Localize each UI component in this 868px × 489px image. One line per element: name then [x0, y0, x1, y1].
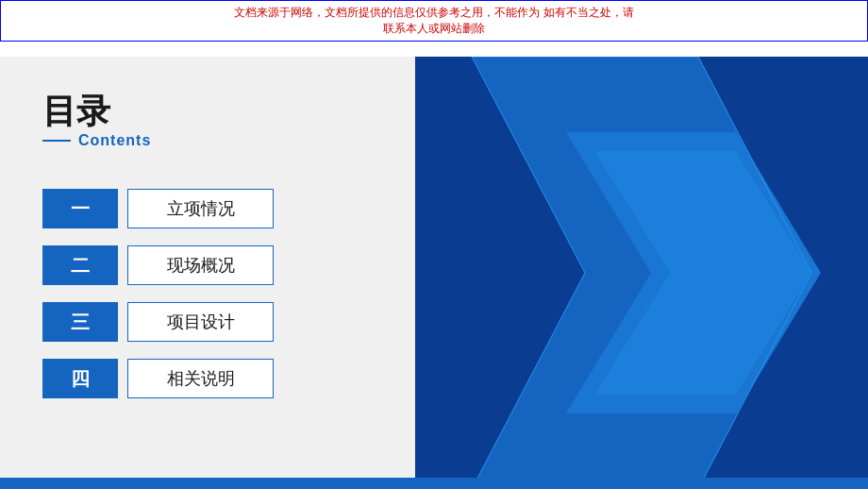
title-zh: 目录	[42, 94, 151, 128]
menu-label-2: 现场概况	[127, 245, 274, 285]
main-content: 目录 Contents 一 立项情况 二 现场概况 三 项目设计 四 相关说明	[0, 57, 868, 489]
chevron-svg	[415, 57, 868, 489]
chevron-area	[415, 57, 868, 489]
menu-label-3: 项目设计	[127, 302, 274, 342]
title-en: Contents	[78, 132, 151, 149]
bottom-strip	[0, 478, 868, 489]
menu-num-1: 一	[42, 189, 118, 228]
warning-line1: 文档来源于网络，文档所提供的信息仅供参考之用，不能作为 如有不当之处，请	[8, 5, 860, 21]
menu-section: 一 立项情况 二 现场概况 三 项目设计 四 相关说明	[42, 189, 274, 398]
warning-banner: 文档来源于网络，文档所提供的信息仅供参考之用，不能作为 如有不当之处，请 联系本…	[0, 0, 868, 42]
menu-item-3[interactable]: 三 项目设计	[42, 302, 274, 342]
menu-item-4[interactable]: 四 相关说明	[42, 359, 274, 398]
title-en-line	[42, 140, 71, 142]
menu-num-2: 二	[42, 245, 118, 285]
menu-num-4: 四	[42, 359, 118, 398]
menu-label-4: 相关说明	[127, 359, 274, 398]
menu-label-1: 立项情况	[127, 189, 274, 228]
warning-line2: 联系本人或网站删除	[8, 21, 860, 37]
title-section: 目录 Contents	[42, 94, 151, 149]
menu-num-3: 三	[42, 302, 118, 342]
title-en-container: Contents	[42, 132, 151, 149]
menu-item-2[interactable]: 二 现场概况	[42, 245, 274, 285]
menu-item-1[interactable]: 一 立项情况	[42, 189, 274, 228]
